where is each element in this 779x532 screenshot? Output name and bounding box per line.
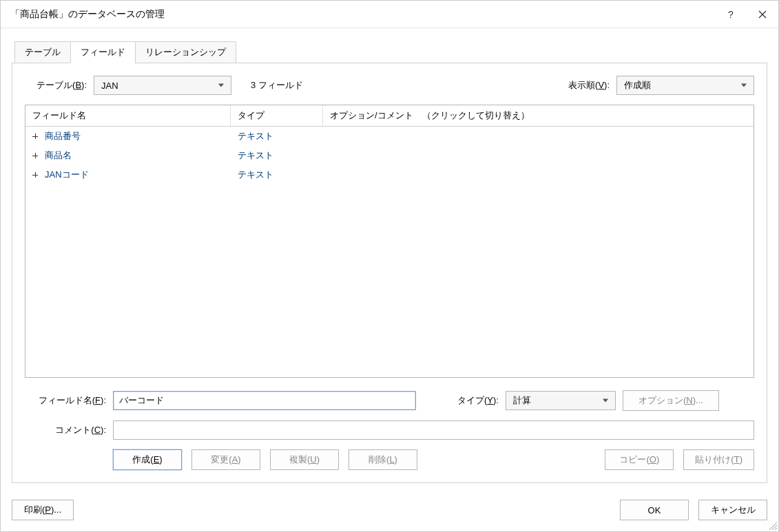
field-name-cell: 商品番号	[45, 130, 81, 142]
dialog-footer: 印刷(P)... OK キャンセル	[1, 490, 778, 531]
tab-fields[interactable]: フィールド	[70, 41, 136, 63]
tab-relationships[interactable]: リレーションシップ	[135, 41, 236, 63]
field-name-label: フィールド名(F):	[25, 394, 106, 407]
create-button[interactable]: 作成(E)	[113, 449, 182, 470]
grid-header-type[interactable]: タイプ	[231, 105, 323, 126]
manage-database-dialog: 「商品台帳」のデータベースの管理 ? テーブル フィールド リレーションシップ …	[0, 0, 779, 532]
table-select-row: テーブル(B): JAN 3 フィールド 表示順(V): 作成順	[25, 76, 754, 95]
tab-bar: テーブル フィールド リレーションシップ	[12, 41, 767, 63]
print-button[interactable]: 印刷(P)...	[12, 500, 74, 520]
comment-input[interactable]	[113, 421, 754, 440]
cancel-button[interactable]: キャンセル	[698, 500, 767, 520]
field-name-cell: JANコード	[45, 169, 89, 181]
dialog-body: テーブル フィールド リレーションシップ テーブル(B): JAN 3 フィール…	[1, 28, 778, 490]
field-name-input[interactable]	[113, 391, 416, 410]
options-button[interactable]: オプション(N)...	[623, 390, 719, 411]
grid-header: フィールド名 タイプ オプション/コメント （クリックして切り替え）	[25, 105, 754, 127]
table-row[interactable]: 商品番号 テキスト	[25, 127, 754, 146]
duplicate-button[interactable]: 複製(U)	[270, 449, 339, 470]
field-type-label: タイプ(Y):	[457, 394, 499, 407]
row-handle-icon[interactable]	[32, 134, 38, 139]
field-type-cell: テキスト	[238, 169, 273, 181]
paste-button[interactable]: 貼り付け(T)	[683, 449, 754, 470]
sort-select[interactable]: 作成順	[616, 76, 754, 95]
field-type-value: 計算	[513, 394, 531, 407]
table-select-label: テーブル(B):	[25, 79, 87, 92]
table-select[interactable]: JAN	[94, 76, 231, 95]
field-grid[interactable]: フィールド名 タイプ オプション/コメント （クリックして切り替え） 商品番号 …	[25, 105, 754, 378]
svg-text:?: ?	[728, 10, 734, 19]
field-type-cell: テキスト	[238, 130, 273, 142]
delete-button[interactable]: 削除(L)	[349, 449, 417, 470]
action-button-row: 作成(E) 変更(A) 複製(U) 削除(L) コピー(O) 貼り付け(T)	[25, 449, 754, 470]
comment-label: コメント(C):	[25, 424, 106, 436]
grid-body: 商品番号 テキスト 商品名 テキスト JANコード テキスト	[25, 127, 754, 377]
grid-header-options[interactable]: オプション/コメント （クリックして切り替え）	[323, 105, 754, 126]
field-type-select[interactable]: 計算	[506, 391, 616, 410]
field-type-cell: テキスト	[238, 149, 273, 162]
sort-label: 表示順(V):	[568, 79, 610, 92]
fields-pane: テーブル(B): JAN 3 フィールド 表示順(V): 作成順 フィールド名 …	[12, 63, 767, 483]
field-form: フィールド名(F): タイプ(Y): 計算 オプション(N)...	[25, 378, 754, 470]
field-count-label: 3 フィールド	[251, 79, 303, 92]
tab-tables[interactable]: テーブル	[14, 41, 71, 63]
grid-header-name[interactable]: フィールド名	[25, 105, 231, 126]
row-handle-icon[interactable]	[32, 172, 38, 178]
table-select-value: JAN	[101, 81, 118, 91]
table-row[interactable]: 商品名 テキスト	[25, 146, 754, 165]
table-row[interactable]: JANコード テキスト	[25, 165, 754, 184]
sort-select-value: 作成順	[624, 79, 651, 92]
window-title: 「商品台帳」のデータベースの管理	[10, 8, 715, 21]
svg-line-4	[772, 525, 777, 530]
titlebar: 「商品台帳」のデータベースの管理 ?	[1, 1, 778, 28]
svg-line-5	[775, 528, 777, 530]
resize-grip-icon[interactable]	[767, 520, 778, 531]
row-handle-icon[interactable]	[32, 153, 38, 158]
help-button[interactable]: ?	[715, 2, 747, 27]
ok-button[interactable]: OK	[620, 500, 689, 520]
close-button[interactable]	[747, 2, 778, 27]
change-button[interactable]: 変更(A)	[191, 449, 260, 470]
copy-button[interactable]: コピー(O)	[605, 449, 674, 470]
field-name-cell: 商品名	[45, 149, 72, 162]
